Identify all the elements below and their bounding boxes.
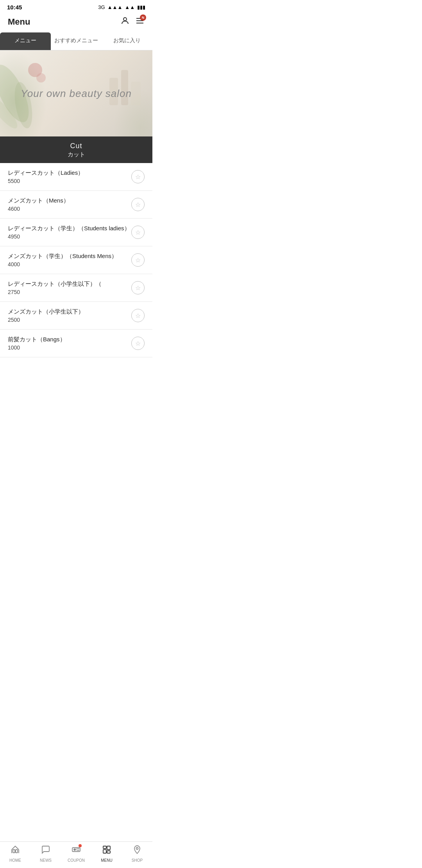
nav-coupon-label: COUPON xyxy=(68,858,85,863)
nav-home-label: HOME xyxy=(9,858,21,863)
nav-coupon[interactable]: COUPON xyxy=(61,845,91,863)
menu-list: レディースカット（Ladies） 5500 ☆ メンズカット（Mens） 460… xyxy=(0,163,152,357)
profile-button[interactable] xyxy=(120,16,130,28)
battery-icon: ▮▮▮ xyxy=(137,4,145,10)
menu-item[interactable]: 前髪カット（Bangs） 1000 ☆ xyxy=(0,330,152,357)
menu-item[interactable]: レディースカット（小学生以下）（ 2750 ☆ xyxy=(0,274,152,302)
star-icon: ☆ xyxy=(135,312,141,319)
favorite-button[interactable]: ☆ xyxy=(131,170,145,183)
status-icons: 3G ▲▲▲ ▲▲ ▮▮▮ xyxy=(98,4,145,10)
signal-bars: ▲▲▲ xyxy=(107,4,123,10)
menu-item-name: メンズカット（学生）（Students Mens） xyxy=(8,253,131,260)
menu-item-price: 4000 xyxy=(8,261,131,267)
menu-item-name: レディースカット（小学生以下）（ xyxy=(8,280,131,288)
favorite-button[interactable]: ☆ xyxy=(131,253,145,267)
svg-rect-22 xyxy=(103,850,106,853)
menu-item-price: 2500 xyxy=(8,317,131,323)
star-icon: ☆ xyxy=(135,201,141,208)
menu-item-price: 1000 xyxy=(8,344,131,351)
section-title-en: Cut xyxy=(0,142,152,150)
hero-banner: Your own beauty salon xyxy=(0,50,152,136)
menu-item[interactable]: レディースカット（Ladies） 5500 ☆ xyxy=(0,163,152,191)
menu-item-price: 4600 xyxy=(8,206,131,212)
favorite-button[interactable]: ☆ xyxy=(131,281,145,294)
svg-point-0 xyxy=(123,18,127,21)
star-icon: ☆ xyxy=(135,284,141,292)
news-icon xyxy=(41,845,50,857)
header: Menu N xyxy=(0,13,152,32)
svg-rect-24 xyxy=(107,851,110,853)
shop-icon xyxy=(132,845,142,857)
content-area: Your own beauty salon Cut カット レディースカット（L… xyxy=(0,50,152,389)
tab-bar: メニュー おすすめメニュー お気に入り xyxy=(0,32,152,50)
menu-item-text: レディースカット（学生）（Students ladies） 4950 xyxy=(8,225,131,240)
menu-item[interactable]: レディースカット（学生）（Students ladies） 4950 ☆ xyxy=(0,219,152,246)
nav-news-label: NEWS xyxy=(40,858,52,863)
star-icon: ☆ xyxy=(135,256,141,264)
menu-item-name: レディースカット（学生）（Students ladies） xyxy=(8,225,131,232)
menu-nav-icon xyxy=(102,845,111,857)
bottom-navigation: HOME NEWS COUPON xyxy=(0,841,152,868)
status-time: 10:45 xyxy=(7,4,22,11)
menu-button[interactable]: N xyxy=(135,16,145,28)
menu-item-text: メンズカット（小学生以下） 2500 xyxy=(8,308,131,323)
menu-item-name: 前髪カット（Bangs） xyxy=(8,336,131,343)
star-icon: ☆ xyxy=(135,229,141,236)
favorite-button[interactable]: ☆ xyxy=(131,198,145,211)
nav-menu-label: MENU xyxy=(101,858,112,863)
tab-recommended[interactable]: おすすめメニュー xyxy=(51,32,102,50)
menu-item-price: 5500 xyxy=(8,178,131,184)
favorite-button[interactable]: ☆ xyxy=(131,337,145,350)
menu-item[interactable]: メンズカット（小学生以下） 2500 ☆ xyxy=(0,302,152,330)
tab-menu[interactable]: メニュー xyxy=(0,32,51,50)
favorite-button[interactable]: ☆ xyxy=(131,309,145,322)
nav-news[interactable]: NEWS xyxy=(30,845,61,863)
star-icon: ☆ xyxy=(135,340,141,347)
nav-home[interactable]: HOME xyxy=(0,845,30,863)
favorite-button[interactable]: ☆ xyxy=(131,226,145,239)
menu-item-text: メンズカット（学生）（Students Mens） 4000 xyxy=(8,253,131,267)
nav-shop[interactable]: SHOP xyxy=(122,845,152,863)
coupon-notification-dot xyxy=(79,844,82,847)
svg-rect-23 xyxy=(107,846,110,850)
menu-item-price: 2750 xyxy=(8,289,131,295)
menu-item-text: レディースカット（Ladies） 5500 xyxy=(8,169,131,184)
nav-shop-label: SHOP xyxy=(132,858,143,863)
svg-rect-12 xyxy=(13,850,15,853)
menu-item-text: レディースカット（小学生以下）（ 2750 xyxy=(8,280,131,295)
menu-item-price: 4950 xyxy=(8,233,131,240)
svg-rect-13 xyxy=(16,850,18,853)
menu-item-name: メンズカット（小学生以下） xyxy=(8,308,131,316)
menu-item-name: メンズカット（Mens） xyxy=(8,197,131,204)
wifi-icon: ▲▲ xyxy=(125,4,135,10)
svg-point-17 xyxy=(74,849,75,850)
svg-point-25 xyxy=(136,848,138,850)
section-header: Cut カット xyxy=(0,136,152,163)
status-bar: 10:45 3G ▲▲▲ ▲▲ ▮▮▮ xyxy=(0,0,152,13)
signal-icon: 3G xyxy=(98,4,105,10)
coupon-icon xyxy=(72,845,81,857)
header-icons: N xyxy=(120,16,145,28)
menu-item[interactable]: メンズカット（学生）（Students Mens） 4000 ☆ xyxy=(0,246,152,274)
menu-item-text: メンズカット（Mens） 4600 xyxy=(8,197,131,212)
svg-rect-11 xyxy=(131,82,141,105)
home-icon xyxy=(11,845,20,857)
star-icon: ☆ xyxy=(135,173,141,181)
menu-item-text: 前髪カット（Bangs） 1000 xyxy=(8,336,131,351)
svg-rect-21 xyxy=(103,846,106,848)
menu-item-name: レディースカット（Ladies） xyxy=(8,169,131,177)
menu-item[interactable]: メンズカット（Mens） 4600 ☆ xyxy=(0,191,152,219)
nav-menu[interactable]: MENU xyxy=(91,845,122,863)
svg-point-8 xyxy=(36,73,46,82)
page-title: Menu xyxy=(8,17,30,27)
hero-text: Your own beauty salon xyxy=(21,88,132,100)
section-title-ja: カット xyxy=(0,151,152,158)
tab-favorites[interactable]: お気に入り xyxy=(102,32,152,50)
notification-badge: N xyxy=(140,14,146,21)
